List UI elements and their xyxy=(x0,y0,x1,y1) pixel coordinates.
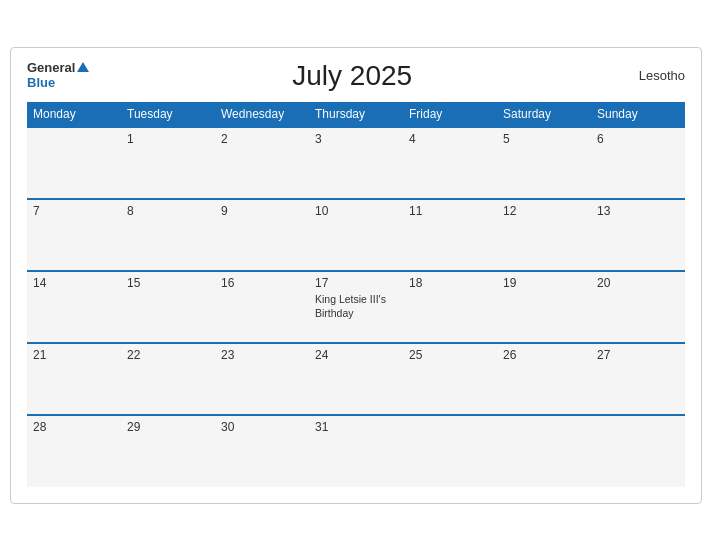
calendar-cell: 8 xyxy=(121,199,215,271)
calendar: General Blue July 2025 Lesotho MondayTue… xyxy=(10,47,702,504)
week-row-5: 28293031 xyxy=(27,415,685,487)
calendar-cell: 20 xyxy=(591,271,685,343)
logo-triangle-icon xyxy=(77,62,89,72)
calendar-cell: 27 xyxy=(591,343,685,415)
calendar-cell: 7 xyxy=(27,199,121,271)
calendar-cell: 4 xyxy=(403,127,497,199)
calendar-cell: 18 xyxy=(403,271,497,343)
calendar-cell: 6 xyxy=(591,127,685,199)
calendar-header: General Blue July 2025 Lesotho xyxy=(27,60,685,92)
day-number: 3 xyxy=(315,132,397,146)
day-number: 11 xyxy=(409,204,491,218)
day-number: 13 xyxy=(597,204,679,218)
day-number: 5 xyxy=(503,132,585,146)
day-number: 26 xyxy=(503,348,585,362)
calendar-cell: 22 xyxy=(121,343,215,415)
calendar-cell: 25 xyxy=(403,343,497,415)
day-number: 22 xyxy=(127,348,209,362)
calendar-cell xyxy=(497,415,591,487)
calendar-cell xyxy=(591,415,685,487)
weekday-header-thursday: Thursday xyxy=(309,102,403,127)
weekday-header-wednesday: Wednesday xyxy=(215,102,309,127)
week-row-4: 21222324252627 xyxy=(27,343,685,415)
calendar-cell xyxy=(27,127,121,199)
calendar-cell: 19 xyxy=(497,271,591,343)
day-number: 14 xyxy=(33,276,115,290)
day-number: 19 xyxy=(503,276,585,290)
calendar-cell: 26 xyxy=(497,343,591,415)
day-number: 30 xyxy=(221,420,303,434)
weekday-header-row: MondayTuesdayWednesdayThursdayFridaySatu… xyxy=(27,102,685,127)
week-row-1: 123456 xyxy=(27,127,685,199)
calendar-cell: 11 xyxy=(403,199,497,271)
weekday-header-sunday: Sunday xyxy=(591,102,685,127)
calendar-cell: 5 xyxy=(497,127,591,199)
calendar-cell: 3 xyxy=(309,127,403,199)
calendar-cell: 23 xyxy=(215,343,309,415)
calendar-cell: 16 xyxy=(215,271,309,343)
day-number: 17 xyxy=(315,276,397,290)
weekday-header-saturday: Saturday xyxy=(497,102,591,127)
week-row-3: 14151617King Letsie III's Birthday181920 xyxy=(27,271,685,343)
calendar-cell: 28 xyxy=(27,415,121,487)
day-number: 27 xyxy=(597,348,679,362)
calendar-cell: 13 xyxy=(591,199,685,271)
weekday-header-monday: Monday xyxy=(27,102,121,127)
calendar-cell: 10 xyxy=(309,199,403,271)
day-number: 12 xyxy=(503,204,585,218)
calendar-cell: 9 xyxy=(215,199,309,271)
day-number: 31 xyxy=(315,420,397,434)
day-number: 20 xyxy=(597,276,679,290)
day-number: 28 xyxy=(33,420,115,434)
calendar-cell: 29 xyxy=(121,415,215,487)
logo-general-text: General xyxy=(27,61,89,75)
day-number: 2 xyxy=(221,132,303,146)
day-number: 15 xyxy=(127,276,209,290)
event-text: King Letsie III's Birthday xyxy=(315,293,386,320)
day-number: 6 xyxy=(597,132,679,146)
calendar-cell: 17King Letsie III's Birthday xyxy=(309,271,403,343)
calendar-table: MondayTuesdayWednesdayThursdayFridaySatu… xyxy=(27,102,685,487)
weekday-header-tuesday: Tuesday xyxy=(121,102,215,127)
day-number: 24 xyxy=(315,348,397,362)
calendar-cell: 15 xyxy=(121,271,215,343)
day-number: 25 xyxy=(409,348,491,362)
day-number: 29 xyxy=(127,420,209,434)
calendar-cell: 30 xyxy=(215,415,309,487)
logo: General Blue xyxy=(27,61,89,90)
day-number: 7 xyxy=(33,204,115,218)
day-number: 18 xyxy=(409,276,491,290)
calendar-country: Lesotho xyxy=(615,68,685,83)
calendar-cell: 12 xyxy=(497,199,591,271)
day-number: 8 xyxy=(127,204,209,218)
calendar-cell xyxy=(403,415,497,487)
calendar-cell: 24 xyxy=(309,343,403,415)
day-number: 9 xyxy=(221,204,303,218)
week-row-2: 78910111213 xyxy=(27,199,685,271)
calendar-cell: 14 xyxy=(27,271,121,343)
weekday-header-friday: Friday xyxy=(403,102,497,127)
calendar-cell: 31 xyxy=(309,415,403,487)
day-number: 1 xyxy=(127,132,209,146)
day-number: 21 xyxy=(33,348,115,362)
calendar-cell: 1 xyxy=(121,127,215,199)
day-number: 16 xyxy=(221,276,303,290)
calendar-title: July 2025 xyxy=(89,60,615,92)
calendar-cell: 2 xyxy=(215,127,309,199)
day-number: 10 xyxy=(315,204,397,218)
logo-blue-text: Blue xyxy=(27,76,55,90)
day-number: 23 xyxy=(221,348,303,362)
day-number: 4 xyxy=(409,132,491,146)
calendar-cell: 21 xyxy=(27,343,121,415)
